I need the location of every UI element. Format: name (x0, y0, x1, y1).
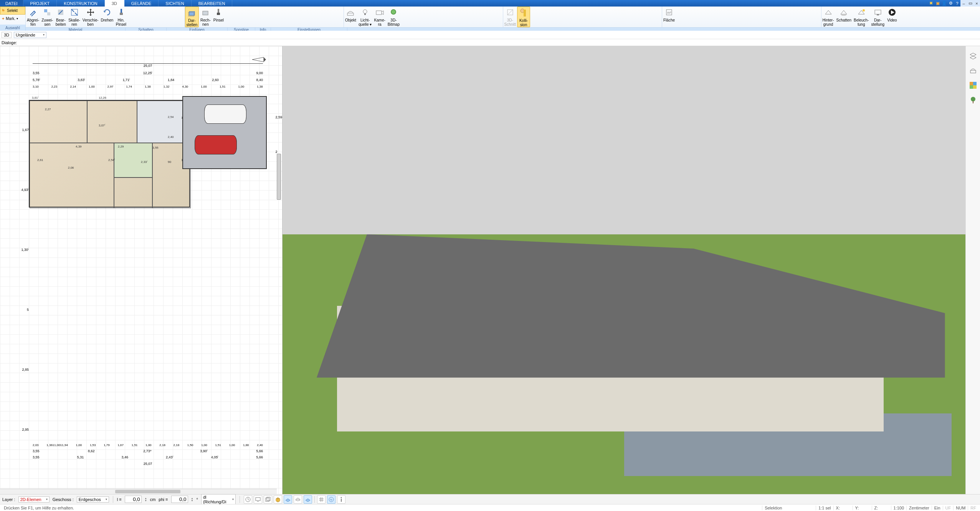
help-icon[interactable]: ? (954, 0, 960, 7)
l-spinner[interactable]: ▲▼ (145, 497, 147, 502)
dialoge-label: Dialoge: (2, 40, 17, 45)
dimension-value: 1,00 (201, 85, 207, 88)
phi-input[interactable] (171, 496, 188, 503)
tab-datei[interactable]: DATEI (0, 0, 23, 7)
clock-icon[interactable] (244, 495, 252, 504)
status-ein: Ein (932, 506, 943, 510)
btn-flaeche[interactable]: m²Fläche (662, 7, 676, 27)
dimension-value: 9,00 (256, 71, 263, 75)
dims-row-a: 3,5512,25ⁱ9,00 (33, 71, 263, 75)
dimension-value: 1,30ⁱ (11, 248, 29, 252)
btn-pinsel[interactable]: Pinsel (212, 7, 225, 27)
btn-drehen[interactable]: Drehen (100, 7, 115, 27)
layer2-icon[interactable] (294, 495, 302, 504)
geschoss-combo[interactable]: Erdgeschos (77, 496, 109, 503)
btn-kamera[interactable]: Kame-ra (373, 7, 386, 27)
dimension-value: 3,10 (33, 85, 39, 88)
tab-3d[interactable]: 3D (105, 0, 124, 7)
dimension-value: 4,39 (76, 145, 82, 148)
dimension-value: 2,29 (118, 145, 124, 148)
btn-darstellung[interactable]: Dar-stellung (870, 7, 885, 27)
dimension-value: 1,79 (104, 443, 110, 447)
view-icons: N (244, 495, 345, 504)
l-unit: cm (150, 497, 156, 502)
tab-projekt[interactable]: PROJEKT (23, 0, 57, 7)
selekt-button[interactable]: Selekt (0, 7, 25, 15)
tab-gelaende[interactable]: GELÄNDE (124, 0, 159, 7)
layer1-icon[interactable] (284, 495, 292, 504)
btn-video[interactable]: Video (886, 7, 899, 27)
btn-3d-bitmap[interactable]: 3D-Bitmap (387, 7, 401, 27)
tab-bearbeiten[interactable]: BEARBEITEN (192, 0, 233, 7)
btn-objekt[interactable]: Objekt (344, 7, 357, 27)
btn-zuweisen[interactable]: Zuwei-sen (40, 7, 54, 27)
svg-rect-26 (877, 14, 879, 15)
minimize-button[interactable]: – (960, 0, 967, 7)
dims-row-b: 5,78ⁱ3,83ⁱ1,71ⁱ1,842,608,40 (33, 78, 263, 82)
btn-lichtquelle[interactable]: Licht-quelle ▾ (357, 7, 373, 27)
dimension-value: 1,00 (229, 443, 235, 447)
screen-icon[interactable] (254, 495, 262, 504)
btn-skalieren[interactable]: Skalie-ren (67, 7, 81, 27)
svg-point-42 (340, 497, 342, 498)
furniture-icon[interactable] (968, 66, 978, 75)
dimension-value: 1,74 (126, 85, 132, 88)
l-input[interactable] (125, 496, 142, 503)
view-type-box[interactable]: 3D (2, 32, 12, 38)
layers-icon[interactable] (968, 51, 978, 61)
north-toggle-icon[interactable]: N (327, 495, 335, 504)
maximize-button[interactable]: ▭ (967, 0, 973, 7)
pane-2d-floorplan[interactable]: 25,07 3,5512,25ⁱ9,00 5,78ⁱ3,83ⁱ1,71ⁱ1,84… (0, 46, 283, 494)
btn-schatten[interactable]: Schatten (835, 7, 853, 27)
btn-darstellen[interactable]: Dar-stellen (185, 7, 199, 27)
stack-icon[interactable] (264, 495, 272, 504)
close-button[interactable]: × (973, 0, 980, 7)
svg-text:N: N (330, 498, 332, 501)
tab-sichten[interactable]: SICHTEN (159, 0, 191, 7)
mark-button[interactable]: ✦ Mark. ▾ (0, 15, 25, 23)
dimension-value: 2,85 (11, 368, 29, 372)
tab-konstruktion[interactable]: KONSTRUKTION (57, 0, 104, 7)
grid-icon[interactable] (317, 495, 326, 504)
info-icon[interactable] (337, 495, 345, 504)
btn-beleuchtung[interactable]: Beleuch-tung (853, 7, 870, 27)
status-uf: UF (943, 506, 954, 510)
dimension-value: 5,66 (256, 455, 263, 459)
status-ratio: 1:1 sel (816, 506, 833, 510)
palette-icon[interactable] (968, 81, 978, 90)
btn-rechnen[interactable]: Rech-nen (199, 7, 212, 27)
dimension-value: 4,93ⁱ (11, 188, 29, 192)
scrollbar-horizontal[interactable] (0, 489, 277, 494)
btn-bearbeiten[interactable]: Bear-beiten (54, 7, 67, 27)
geschoss-label: Geschoss : (53, 497, 74, 502)
tools-icon[interactable]: ✖ (928, 0, 934, 7)
btn-kollision[interactable]: Kolli-sion (517, 7, 530, 27)
dims-bottom-c: 3,555,313,46 2,43ⁱ4,05ⁱ5,66 (33, 455, 263, 459)
terrain-combo[interactable]: Urgelände (14, 32, 46, 38)
scrollbar-thumb[interactable] (115, 490, 180, 493)
phi-unit: ° (196, 497, 198, 502)
btn-hintergrund[interactable]: Hinter-grund (821, 7, 835, 27)
pane-splitter[interactable] (277, 154, 281, 200)
sky (283, 46, 965, 234)
btn-hin-pinsel[interactable]: Hin.Pinsel (114, 7, 127, 27)
user-icon[interactable]: 👤 (941, 0, 947, 7)
tree-icon[interactable] (968, 95, 978, 105)
svg-text:m²: m² (667, 11, 671, 15)
dimension-value: 1,00 (201, 443, 207, 447)
btn-verschieben[interactable]: Verschie-ben (81, 7, 100, 27)
btn-abgreifen[interactable]: Abgrei-fen (26, 7, 40, 27)
layer-combo[interactable]: 2D-Elemen (18, 496, 50, 503)
settings-icon[interactable]: ⚙ (947, 0, 954, 7)
mode-combo[interactable]: dl (Richtung/Di (201, 494, 236, 505)
pane-3d-view[interactable] (283, 46, 965, 494)
layer3-icon[interactable] (304, 495, 312, 504)
dimension-value: 2,59 (275, 115, 282, 119)
svg-point-24 (863, 9, 865, 12)
status-z: Z: (872, 506, 891, 510)
phi-spinner[interactable]: ▲▼ (191, 497, 193, 502)
cube-icon[interactable] (274, 495, 282, 504)
dimension-value: 2,40 (257, 443, 263, 447)
btn-3d-schnitt[interactable]: 3D-Schnitt (503, 7, 517, 27)
window-icon[interactable]: ▣ (934, 0, 941, 7)
